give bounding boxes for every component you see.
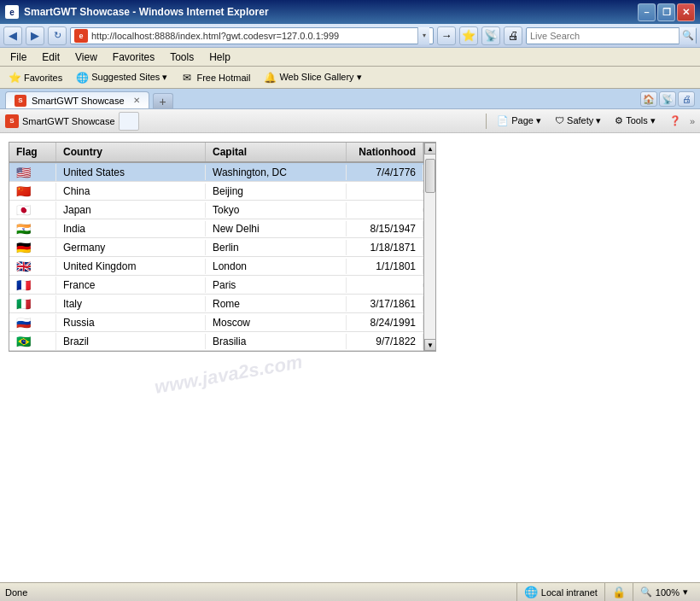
page-menu[interactable]: 📄 Page ▾: [492, 114, 546, 128]
favorites-bar-item-0[interactable]: ⭐Favorites: [5, 70, 66, 85]
fav-icon-0: ⭐: [9, 72, 20, 84]
cell-country-1: China: [56, 184, 206, 199]
forward-button[interactable]: ▶: [26, 26, 44, 45]
table-row[interactable]: 🇮🇳 India New Delhi 8/15/1947: [9, 219, 423, 238]
help-menu[interactable]: ❓: [664, 114, 686, 128]
flag-emoji-3: 🇮🇳: [16, 222, 31, 236]
favorites-bar-item-1[interactable]: 🌐Suggested Sites ▾: [73, 70, 171, 85]
page-icon: e: [74, 29, 88, 43]
fav-label-0: Favorites: [24, 73, 62, 83]
zoom-label: 100%: [656, 587, 680, 598]
url-dropdown[interactable]: ▾: [417, 27, 429, 44]
security-section: 🔒: [604, 583, 633, 601]
cell-capital-6: Paris: [206, 277, 347, 293]
favorites-bar-item-3[interactable]: 🔔Web Slice Gallery ▾: [260, 70, 365, 85]
menu-item-view[interactable]: View: [68, 50, 104, 65]
fav-label-3: Web Slice Gallery ▾: [279, 72, 361, 83]
restore-button[interactable]: ❐: [657, 3, 675, 21]
flag-emoji-4: 🇩🇪: [16, 241, 31, 254]
menu-item-help[interactable]: Help: [202, 50, 237, 65]
go-button[interactable]: →: [437, 26, 456, 45]
cell-flag-8: 🇷🇺: [9, 314, 56, 331]
scroll-down-button[interactable]: ▼: [424, 339, 436, 351]
table-row[interactable]: 🇫🇷 France Paris: [9, 276, 423, 295]
minimize-button[interactable]: –: [638, 3, 656, 21]
cell-capital-7: Rome: [206, 296, 347, 312]
scroll-track[interactable]: [424, 155, 435, 339]
column-header-nationhood[interactable]: Nationhood: [347, 143, 423, 161]
table-row[interactable]: 🇧🇷 Brazil Brasilia 9/7/1822: [9, 332, 423, 351]
data-grid-wrapper: Flag Country Capital Nationhood 🇺🇸 Unite…: [9, 142, 435, 352]
table-row[interactable]: 🇨🇳 China Beijing: [9, 182, 423, 201]
grid-scrollbar[interactable]: ▲ ▼: [424, 142, 436, 352]
table-row[interactable]: 🇬🇧 United Kingdom London 1/1/1801: [9, 257, 423, 276]
cell-capital-1: Beijing: [206, 184, 347, 199]
table-row[interactable]: 🇷🇺 Russia Moscow 8/24/1991: [9, 313, 423, 332]
search-bar[interactable]: 🔍: [526, 27, 697, 44]
tab-favicon: S: [15, 95, 26, 107]
rss-button[interactable]: 📡: [481, 26, 500, 45]
zone-section: 🌐 Local intranet: [516, 583, 604, 601]
tools-menu[interactable]: ⚙ Tools ▾: [610, 114, 661, 128]
cell-nationhood-0: 7/4/1776: [347, 165, 423, 180]
back-button[interactable]: ◀: [3, 26, 22, 45]
window-title: SmartGWT Showcase - Windows Internet Exp…: [24, 6, 269, 18]
cell-nationhood-3: 8/15/1947: [347, 221, 423, 236]
zoom-icon: 🔍: [640, 586, 652, 598]
search-input[interactable]: [527, 31, 679, 41]
url-text: http://localhost:8888/index.html?gwt.cod…: [91, 31, 417, 41]
cell-flag-4: 🇩🇪: [9, 239, 56, 256]
zoom-dropdown[interactable]: ▾: [683, 586, 688, 598]
cell-capital-3: New Delhi: [206, 221, 347, 236]
print-button[interactable]: 🖨: [504, 26, 522, 45]
zoom-section[interactable]: 🔍 100% ▾: [633, 583, 695, 601]
cell-capital-5: London: [206, 259, 347, 274]
flag-emoji-2: 🇯🇵: [16, 203, 31, 217]
table-row[interactable]: 🇯🇵 Japan Tokyo: [9, 201, 423, 219]
column-header-country[interactable]: Country: [56, 143, 206, 161]
data-grid: Flag Country Capital Nationhood 🇺🇸 Unite…: [9, 142, 424, 352]
favorites-bar-item-2[interactable]: ✉Free Hotmail: [178, 70, 254, 85]
status-bar: Done 🌐 Local intranet 🔒 🔍 100% ▾: [0, 582, 700, 601]
cell-nationhood-4: 1/18/1871: [347, 240, 423, 255]
main-content: www.java2s.com Flag Country Capital Nati…: [0, 133, 700, 582]
fav-icon-2: ✉: [181, 72, 193, 84]
column-header-flag[interactable]: Flag: [9, 143, 56, 161]
browser-icon: e: [5, 5, 19, 19]
cell-nationhood-2: [347, 208, 423, 212]
toolbar-expand[interactable]: »: [690, 116, 695, 126]
flag-emoji-9: 🇧🇷: [16, 335, 31, 348]
print-tab-button[interactable]: 🖨: [678, 91, 695, 107]
home-button[interactable]: 🏠: [640, 91, 657, 107]
new-tab-button[interactable]: +: [153, 93, 173, 108]
table-row[interactable]: 🇩🇪 Germany Berlin 1/18/1871: [9, 238, 423, 257]
table-row[interactable]: 🇺🇸 United States Washington, DC 7/4/1776: [9, 163, 423, 182]
url-bar[interactable]: e http://localhost:8888/index.html?gwt.c…: [70, 27, 434, 44]
close-button[interactable]: ✕: [677, 3, 695, 21]
scroll-thumb[interactable]: [425, 159, 435, 193]
scroll-up-button[interactable]: ▲: [424, 143, 436, 155]
favorites-bar: ⭐Favorites🌐Suggested Sites ▾✉Free Hotmai…: [0, 67, 700, 89]
refresh-button[interactable]: ↻: [48, 26, 67, 45]
search-button[interactable]: 🔍: [679, 27, 696, 44]
flag-emoji-7: 🇮🇹: [16, 297, 31, 311]
toolbar-input-box[interactable]: [119, 112, 139, 131]
tab-close-icon[interactable]: ✕: [133, 96, 140, 105]
status-text: Done: [5, 587, 516, 598]
cell-flag-6: 🇫🇷: [9, 277, 56, 294]
safety-menu[interactable]: 🛡 Safety ▾: [550, 114, 606, 128]
add-favorites-button[interactable]: ⭐: [459, 26, 478, 45]
menu-item-favorites[interactable]: Favorites: [106, 50, 161, 65]
title-bar-left: e SmartGWT Showcase - Windows Internet E…: [5, 5, 269, 19]
table-row[interactable]: 🇮🇹 Italy Rome 3/17/1861: [9, 295, 423, 313]
tab-toolbar: 🏠 📡 🖨: [640, 91, 695, 108]
cell-nationhood-9: 9/7/1822: [347, 334, 423, 349]
active-tab[interactable]: S SmartGWT Showcase ✕: [5, 91, 149, 108]
toolbar-page-label: SmartGWT Showcase: [22, 116, 115, 126]
toolbar-site-icon: S: [5, 114, 19, 128]
column-header-capital[interactable]: Capital: [206, 143, 347, 161]
menu-item-file[interactable]: File: [3, 50, 33, 65]
menu-item-tools[interactable]: Tools: [163, 50, 201, 65]
feeds-button[interactable]: 📡: [659, 91, 676, 107]
menu-item-edit[interactable]: Edit: [35, 50, 67, 65]
